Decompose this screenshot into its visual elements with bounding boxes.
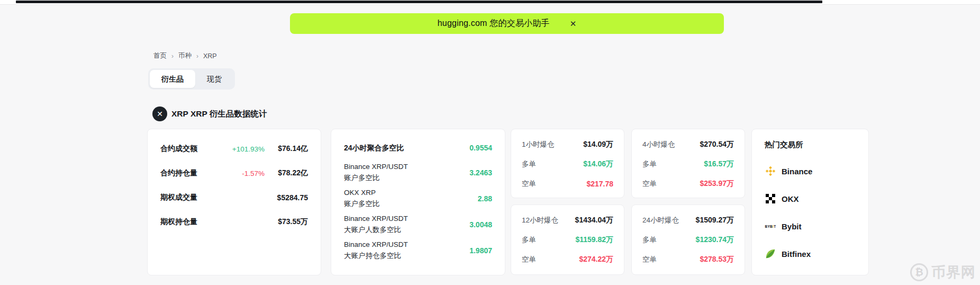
contract-overview-card: 合约成交额 +101.93% $76.14亿 合约持仓量 -1.57% $78.… [147,129,321,275]
row-label: 空单 [522,255,536,264]
table-row: 期权成交量 $5284.75 [160,185,308,210]
table-row: Binance XRP/USDT 大账户人数多空比 3.0048 [344,211,492,237]
chevron-right-icon: › [171,52,174,60]
liquidation-card-24h: 24小时爆仓 $1509.27万 多单 $1230.74万 空单 $278.53… [631,204,745,275]
table-row: 期权持仓量 $73.55万 [160,210,308,234]
liquidation-card-12h: 12小时爆仓 $1434.04万 多单 $1159.82万 空单 $274.22… [511,204,624,275]
row-value: $73.55万 [265,217,308,227]
bitfinex-icon [765,248,776,260]
exchange-item-bitfinex[interactable]: Bitfinex [765,240,856,268]
row-value: $16.57万 [704,159,734,169]
breadcrumb-coins[interactable]: 币种 [178,51,192,60]
table-row: Binance XRP/USDT 大账户持仓多空比 1.9807 [344,237,492,263]
top-progress-bar [16,1,822,3]
row-label-line2: 账户多空比 [344,174,380,182]
table-row: OKX XRP 账户多空比 2.88 [344,185,492,211]
row-value: $270.54万 [700,140,734,149]
exchanges-title: 热门交易所 [765,140,856,150]
page-title: XRP XRP 衍生品数据统计 [171,109,267,120]
table-row: 合约持仓量 -1.57% $78.22亿 [160,161,308,185]
row-value: $274.22万 [579,255,613,264]
watermark-text: 币界网 [931,263,976,282]
row-value: $1230.74万 [696,235,734,245]
row-value: $217.78 [586,180,613,188]
row-value: 0.9554 [404,144,492,152]
exchange-item-bybit[interactable]: BYBIT Bybit [765,212,856,240]
chevron-right-icon: › [196,52,198,60]
liquidation-card-1h: 1小时爆仓 $14.09万 多单 $14.06万 空单 $217.78 [511,129,624,198]
row-value: $5284.75 [265,193,308,202]
breadcrumb: 首页 › 币种 › XRP [153,51,217,60]
row-change: +101.93% [197,145,265,153]
table-row: 空单 $278.53万 [642,250,734,269]
row-label: 期权持仓量 [160,217,197,227]
table-row: 12小时爆仓 $1434.04万 [522,210,613,230]
bybit-icon: BYBIT [765,220,776,232]
promo-banner-text: hugging.com 您的交易小助手 [438,18,550,29]
row-value: $253.97万 [700,179,734,189]
table-row: 多单 $16.57万 [642,154,734,174]
table-row: 空单 $253.97万 [642,174,734,193]
xrp-logo-icon: ✕ [152,106,167,121]
row-value: $1434.04万 [575,216,613,225]
row-label: 期权成交量 [160,193,197,202]
promo-banner[interactable]: hugging.com 您的交易小助手 ✕ [290,13,724,34]
row-value: 2.88 [380,194,493,203]
table-row: 多单 $1159.82万 [522,230,613,250]
row-value: $1509.27万 [696,216,734,225]
table-row: 24小时聚合多空比 0.9554 [344,136,492,159]
row-label: 多单 [642,235,657,245]
row-label: 1小时爆仓 [522,140,555,149]
row-label-line1: OKX XRP [344,189,376,197]
bybit-mark-text: BYB [765,225,773,228]
site-watermark: ₿ 币界网 [910,263,976,282]
row-label: 合约成交额 [160,144,197,154]
section-title: ✕ XRP XRP 衍生品数据统计 [152,106,267,121]
hot-exchanges-card: 热门交易所 Binance OKX [751,129,869,275]
row-value: $14.06万 [583,159,613,169]
top-strip [0,0,980,5]
table-row: Binance XRP/USDT 账户多空比 3.2463 [344,159,492,185]
table-row: 多单 $14.06万 [522,154,613,174]
tab-derivatives[interactable]: 衍生品 [150,70,195,88]
row-label: 24小时聚合多空比 [344,142,404,154]
row-value: $1159.82万 [575,235,613,245]
close-icon[interactable]: ✕ [570,19,577,29]
row-label: 12小时爆仓 [522,216,558,225]
exchange-name: Bitfinex [782,250,811,259]
exchange-name: Bybit [782,222,802,231]
row-value: $14.09万 [583,140,613,149]
breadcrumb-current: XRP [203,52,217,60]
row-value: 1.9807 [408,246,492,255]
bybit-mark-text: T [774,225,776,228]
exchange-name: Binance [782,167,812,176]
row-change: -1.57% [197,170,265,177]
row-label: 多单 [642,159,657,169]
exchange-item-binance[interactable]: Binance [765,157,856,185]
row-value: $278.53万 [700,255,734,264]
exchange-name: OKX [782,194,799,203]
table-row: 4小时爆仓 $270.54万 [642,135,734,154]
row-label: 空单 [642,255,657,264]
binance-icon [765,165,776,177]
row-label-line2: 大账户人数多空比 [344,226,401,234]
table-row: 24小时爆仓 $1509.27万 [642,210,734,230]
breadcrumb-home[interactable]: 首页 [153,51,167,60]
row-value: 3.0048 [408,220,492,229]
long-short-ratio-card: 24小时聚合多空比 0.9554 Binance XRP/USDT 账户多空比 … [331,129,505,275]
row-label-line2: 大账户持仓多空比 [344,252,401,260]
row-label: 多单 [522,159,536,169]
exchange-item-okx[interactable]: OKX [765,185,856,212]
bitcoin-icon: ₿ [910,263,928,281]
row-label: 多单 [522,235,536,245]
market-type-tabs: 衍生品 现货 [148,68,235,90]
liquidation-card-4h: 4小时爆仓 $270.54万 多单 $16.57万 空单 $253.97万 [631,129,745,198]
table-row: 1小时爆仓 $14.09万 [522,135,613,154]
row-value: $78.22亿 [265,168,308,178]
tab-spot[interactable]: 现货 [195,70,233,88]
row-value: $76.14亿 [265,144,308,154]
okx-icon [765,193,776,204]
row-label: 24小时爆仓 [642,216,679,225]
table-row: 多单 $1230.74万 [642,230,734,250]
row-label: 合约持仓量 [160,168,197,178]
